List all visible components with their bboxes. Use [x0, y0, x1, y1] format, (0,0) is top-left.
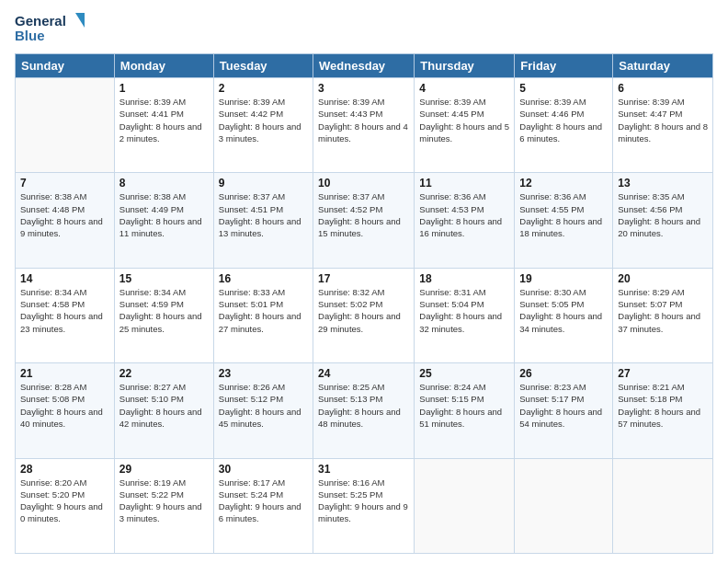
day-cell: 11Sunrise: 8:36 AMSunset: 4:53 PMDayligh… [415, 173, 515, 268]
page: General Blue SundayMondayTuesdayWednesda… [0, 0, 728, 563]
day-cell: 28Sunrise: 8:20 AMSunset: 5:20 PMDayligh… [16, 458, 115, 553]
day-number: 3 [318, 82, 409, 95]
day-number: 7 [20, 177, 109, 190]
svg-text:General: General [15, 13, 66, 29]
header-day-friday: Friday [515, 54, 613, 78]
day-info: Sunrise: 8:27 AMSunset: 5:10 PMDaylight:… [119, 381, 209, 430]
day-cell: 10Sunrise: 8:37 AMSunset: 4:52 PMDayligh… [313, 173, 415, 268]
day-info: Sunrise: 8:25 AMSunset: 5:13 PMDaylight:… [318, 381, 409, 430]
day-cell: 20Sunrise: 8:29 AMSunset: 5:07 PMDayligh… [613, 268, 713, 362]
day-number: 6 [618, 82, 708, 95]
day-cell: 13Sunrise: 8:35 AMSunset: 4:56 PMDayligh… [613, 173, 713, 268]
day-cell: 21Sunrise: 8:28 AMSunset: 5:08 PMDayligh… [16, 363, 115, 458]
day-number: 20 [618, 272, 708, 285]
day-cell: 7Sunrise: 8:38 AMSunset: 4:48 PMDaylight… [16, 173, 115, 268]
day-number: 16 [219, 272, 308, 285]
day-cell: 26Sunrise: 8:23 AMSunset: 5:17 PMDayligh… [515, 363, 613, 458]
day-number: 15 [119, 272, 209, 285]
day-info: Sunrise: 8:16 AMSunset: 5:25 PMDaylight:… [318, 477, 409, 525]
svg-text:Blue: Blue [15, 28, 45, 43]
day-info: Sunrise: 8:33 AMSunset: 5:01 PMDaylight:… [219, 286, 308, 335]
day-cell: 24Sunrise: 8:25 AMSunset: 5:13 PMDayligh… [313, 363, 415, 458]
day-cell [415, 458, 515, 553]
day-cell: 22Sunrise: 8:27 AMSunset: 5:10 PMDayligh… [114, 363, 213, 458]
day-number: 11 [419, 177, 509, 190]
day-info: Sunrise: 8:28 AMSunset: 5:08 PMDaylight:… [20, 381, 109, 430]
day-number: 24 [318, 367, 409, 380]
day-cell: 25Sunrise: 8:24 AMSunset: 5:15 PMDayligh… [415, 363, 515, 458]
header-day-monday: Monday [114, 54, 213, 78]
day-number: 21 [20, 367, 109, 380]
day-info: Sunrise: 8:38 AMSunset: 4:48 PMDaylight:… [20, 190, 109, 239]
day-number: 19 [519, 272, 608, 285]
day-number: 30 [219, 463, 308, 476]
day-number: 10 [318, 177, 409, 190]
day-number: 18 [419, 272, 509, 285]
logo: General Blue [15, 9, 88, 46]
day-info: Sunrise: 8:30 AMSunset: 5:05 PMDaylight:… [519, 286, 608, 335]
day-info: Sunrise: 8:38 AMSunset: 4:49 PMDaylight:… [119, 190, 209, 239]
day-number: 4 [419, 82, 509, 95]
week-row-1: 7Sunrise: 8:38 AMSunset: 4:48 PMDaylight… [16, 173, 713, 268]
day-info: Sunrise: 8:31 AMSunset: 5:04 PMDaylight:… [419, 286, 509, 335]
header-day-tuesday: Tuesday [213, 54, 313, 78]
day-info: Sunrise: 8:32 AMSunset: 5:02 PMDaylight:… [318, 286, 409, 335]
day-info: Sunrise: 8:20 AMSunset: 5:20 PMDaylight:… [20, 477, 109, 525]
day-number: 12 [519, 177, 608, 190]
day-cell: 2Sunrise: 8:39 AMSunset: 4:42 PMDaylight… [213, 78, 313, 173]
day-number: 23 [219, 367, 308, 380]
day-info: Sunrise: 8:36 AMSunset: 4:55 PMDaylight:… [519, 190, 608, 239]
day-cell: 17Sunrise: 8:32 AMSunset: 5:02 PMDayligh… [313, 268, 415, 362]
day-info: Sunrise: 8:37 AMSunset: 4:51 PMDaylight:… [219, 190, 308, 239]
day-cell [515, 458, 613, 553]
week-row-2: 14Sunrise: 8:34 AMSunset: 4:58 PMDayligh… [16, 268, 713, 362]
week-row-3: 21Sunrise: 8:28 AMSunset: 5:08 PMDayligh… [16, 363, 713, 458]
header-day-thursday: Thursday [415, 54, 515, 78]
day-info: Sunrise: 8:34 AMSunset: 4:58 PMDaylight:… [20, 286, 109, 335]
header-day-wednesday: Wednesday [313, 54, 415, 78]
day-number: 13 [618, 177, 708, 190]
day-info: Sunrise: 8:29 AMSunset: 5:07 PMDaylight:… [618, 286, 708, 335]
day-cell: 15Sunrise: 8:34 AMSunset: 4:59 PMDayligh… [114, 268, 213, 362]
day-info: Sunrise: 8:23 AMSunset: 5:17 PMDaylight:… [519, 381, 608, 430]
day-cell: 14Sunrise: 8:34 AMSunset: 4:58 PMDayligh… [16, 268, 115, 362]
day-number: 22 [119, 367, 209, 380]
day-info: Sunrise: 8:39 AMSunset: 4:43 PMDaylight:… [318, 96, 409, 144]
day-info: Sunrise: 8:17 AMSunset: 5:24 PMDaylight:… [219, 477, 308, 525]
day-number: 26 [519, 367, 608, 380]
header-day-sunday: Sunday [16, 54, 115, 78]
day-info: Sunrise: 8:39 AMSunset: 4:42 PMDaylight:… [219, 96, 308, 144]
day-info: Sunrise: 8:21 AMSunset: 5:18 PMDaylight:… [618, 381, 708, 430]
day-cell: 5Sunrise: 8:39 AMSunset: 4:46 PMDaylight… [515, 78, 613, 173]
day-info: Sunrise: 8:39 AMSunset: 4:45 PMDaylight:… [419, 96, 509, 144]
day-number: 29 [119, 463, 209, 476]
day-number: 25 [419, 367, 509, 380]
week-row-4: 28Sunrise: 8:20 AMSunset: 5:20 PMDayligh… [16, 458, 713, 553]
day-info: Sunrise: 8:19 AMSunset: 5:22 PMDaylight:… [119, 477, 209, 525]
svg-marker-2 [75, 13, 85, 28]
day-number: 17 [318, 272, 409, 285]
day-info: Sunrise: 8:37 AMSunset: 4:52 PMDaylight:… [318, 190, 409, 239]
day-info: Sunrise: 8:36 AMSunset: 4:53 PMDaylight:… [419, 190, 509, 239]
day-cell: 23Sunrise: 8:26 AMSunset: 5:12 PMDayligh… [213, 363, 313, 458]
day-number: 28 [20, 463, 109, 476]
day-number: 31 [318, 463, 409, 476]
header-row: SundayMondayTuesdayWednesdayThursdayFrid… [16, 54, 713, 78]
day-number: 2 [219, 82, 308, 95]
day-info: Sunrise: 8:34 AMSunset: 4:59 PMDaylight:… [119, 286, 209, 335]
day-cell: 8Sunrise: 8:38 AMSunset: 4:49 PMDaylight… [114, 173, 213, 268]
header-day-saturday: Saturday [613, 54, 713, 78]
day-info: Sunrise: 8:39 AMSunset: 4:41 PMDaylight:… [119, 96, 209, 144]
header: General Blue [15, 9, 713, 46]
day-cell: 27Sunrise: 8:21 AMSunset: 5:18 PMDayligh… [613, 363, 713, 458]
day-number: 5 [519, 82, 608, 95]
week-row-0: 1Sunrise: 8:39 AMSunset: 4:41 PMDaylight… [16, 78, 713, 173]
logo-svg: General Blue [15, 9, 88, 46]
day-cell: 3Sunrise: 8:39 AMSunset: 4:43 PMDaylight… [313, 78, 415, 173]
day-cell [16, 78, 115, 173]
day-cell: 1Sunrise: 8:39 AMSunset: 4:41 PMDaylight… [114, 78, 213, 173]
day-cell: 30Sunrise: 8:17 AMSunset: 5:24 PMDayligh… [213, 458, 313, 553]
day-cell: 18Sunrise: 8:31 AMSunset: 5:04 PMDayligh… [415, 268, 515, 362]
day-number: 27 [618, 367, 708, 380]
day-number: 9 [219, 177, 308, 190]
